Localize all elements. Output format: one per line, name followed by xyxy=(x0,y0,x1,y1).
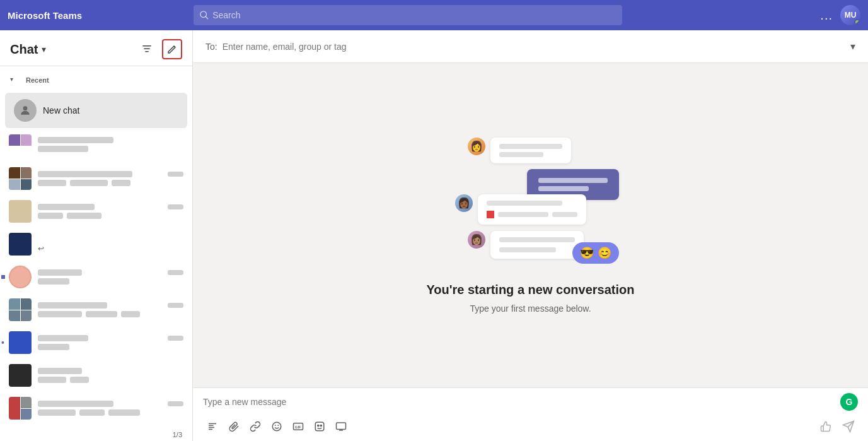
chat-time xyxy=(168,204,183,209)
chat-list: ↩ xyxy=(0,129,192,428)
recipient-input[interactable] xyxy=(223,42,845,52)
chat-info xyxy=(38,269,183,285)
sidebar-title-area: Chat ▾ xyxy=(10,42,46,57)
right-panel: To: ▾ 👩 xyxy=(193,30,868,441)
svg-rect-4 xyxy=(145,51,149,52)
group-avatar xyxy=(9,397,32,420)
emoji-button[interactable] xyxy=(267,417,286,436)
chat-preview xyxy=(70,377,89,383)
chat-info xyxy=(38,204,183,219)
sidebar-title: Chat xyxy=(10,42,38,57)
new-chat-compose-button[interactable] xyxy=(162,39,182,59)
chat-name xyxy=(38,368,82,374)
msg-line xyxy=(499,144,562,149)
avatar-2: 👩🏾 xyxy=(455,194,473,212)
chat-time xyxy=(168,172,183,177)
new-chat-label: New chat xyxy=(43,105,79,115)
svg-line-1 xyxy=(205,16,208,19)
chat-preview xyxy=(38,377,66,383)
chat-time xyxy=(168,336,183,341)
list-item[interactable] xyxy=(0,261,192,293)
chat-preview xyxy=(108,409,140,416)
chat-dropdown-icon[interactable]: ▾ xyxy=(42,44,46,54)
new-chat-item[interactable]: New chat xyxy=(5,93,187,128)
list-item[interactable] xyxy=(0,162,192,195)
like-icon xyxy=(820,421,831,432)
list-item[interactable] xyxy=(0,293,192,326)
to-header: To: ▾ xyxy=(193,30,868,63)
link-icon xyxy=(250,421,261,432)
chat-avatar xyxy=(9,266,32,288)
chat-preview xyxy=(38,278,69,285)
topbar-right: ... MU xyxy=(820,5,860,25)
chat-preview xyxy=(38,409,76,416)
send-icon xyxy=(842,420,855,433)
chat-preview xyxy=(121,311,140,317)
page-number: 1/3 xyxy=(0,428,192,441)
chat-time xyxy=(168,401,183,406)
unread-dot: • xyxy=(1,338,4,348)
msg-line xyxy=(498,212,548,217)
gif-icon: GIF xyxy=(292,421,304,432)
list-item[interactable] xyxy=(0,195,192,228)
toolbar-row: GIF xyxy=(203,415,858,438)
chat-name xyxy=(38,204,95,210)
svg-point-13 xyxy=(318,425,319,426)
msg-line-white xyxy=(538,186,589,191)
chat-preview xyxy=(38,146,88,152)
chat-preview xyxy=(70,180,108,186)
chat-info xyxy=(38,401,183,416)
message-input-row: G xyxy=(203,393,858,411)
list-item[interactable] xyxy=(0,392,192,425)
list-item[interactable] xyxy=(0,129,192,162)
chat-name xyxy=(38,137,113,143)
screenshare-button[interactable] xyxy=(332,417,350,436)
giphy-button[interactable]: GIF xyxy=(289,417,308,436)
more-options-button[interactable]: ... xyxy=(820,8,833,23)
attach-button[interactable] xyxy=(224,417,243,436)
list-item[interactable] xyxy=(0,359,192,392)
svg-line-5 xyxy=(174,46,175,47)
message-input-area: G xyxy=(193,387,868,441)
recent-chevron-icon[interactable]: ▾ xyxy=(10,76,13,83)
chat-name xyxy=(38,401,113,407)
main-content: Chat ▾ xyxy=(0,30,868,441)
chat-preview xyxy=(38,344,69,350)
user-avatar[interactable]: MU xyxy=(840,5,860,25)
chat-info xyxy=(38,171,183,186)
sticker-button[interactable] xyxy=(310,417,329,436)
person-icon xyxy=(19,104,32,117)
reaction-dot xyxy=(487,211,494,218)
group-avatar xyxy=(9,167,32,190)
to-chevron-icon[interactable]: ▾ xyxy=(850,40,855,52)
sticker-icon xyxy=(314,421,325,432)
search-input[interactable] xyxy=(212,10,616,20)
search-bar[interactable] xyxy=(194,5,622,25)
link-button[interactable] xyxy=(246,417,265,436)
list-item[interactable]: • xyxy=(0,326,192,359)
svg-rect-3 xyxy=(144,49,150,50)
conversation-subtitle: Type your first message below. xyxy=(470,303,591,314)
like-button[interactable] xyxy=(816,417,835,436)
send-button[interactable] xyxy=(839,417,858,436)
grammarly-button[interactable]: G xyxy=(840,393,858,411)
recent-label: Recent xyxy=(16,70,59,88)
filter-button[interactable] xyxy=(137,39,157,59)
chat-info xyxy=(38,335,183,350)
message-input[interactable] xyxy=(203,393,835,411)
chat-name xyxy=(38,302,107,309)
chat-time xyxy=(168,270,183,275)
svg-rect-2 xyxy=(142,45,151,47)
attach-icon xyxy=(228,421,240,432)
list-item[interactable]: ↩ xyxy=(0,228,192,261)
chat-preview xyxy=(67,213,101,219)
new-chat-avatar xyxy=(14,99,37,122)
msg-line xyxy=(552,212,577,217)
chat-avatar xyxy=(9,233,32,256)
toolbar-right xyxy=(816,417,858,436)
avatar-1: 👩 xyxy=(468,138,485,155)
search-icon xyxy=(200,11,209,20)
recent-section: ▾ Recent xyxy=(0,66,192,91)
message-bubble-1 xyxy=(490,138,571,163)
format-button[interactable] xyxy=(203,417,222,436)
